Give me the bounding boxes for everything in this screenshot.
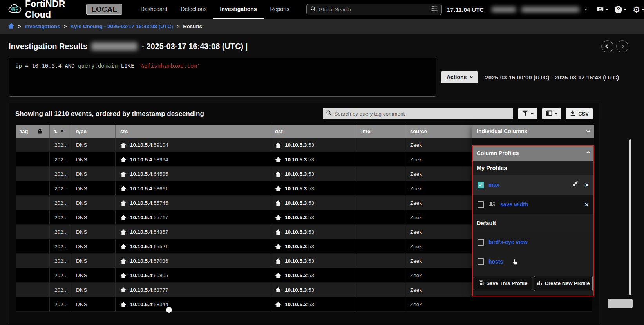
columns-button[interactable] xyxy=(542,108,561,119)
cell-timestamp[interactable]: 202... xyxy=(50,196,71,210)
cell-src[interactable]: 10.10.5.4:59104 xyxy=(116,138,270,152)
cell-dst[interactable]: 10.10.5.3:53 xyxy=(270,239,356,253)
profile-row-hosts[interactable]: hosts xyxy=(472,252,594,271)
breadcrumb-investigations[interactable]: Investigations xyxy=(25,23,60,29)
cell-src[interactable]: 10.10.5.4:54357 xyxy=(116,225,270,239)
cell-dst[interactable]: 10.10.5.3:53 xyxy=(270,283,356,297)
actions-button[interactable]: Actions xyxy=(441,71,478,83)
cell-dst[interactable]: 10.10.5.3:53 xyxy=(270,297,356,311)
previous-button[interactable] xyxy=(601,40,613,52)
column-header-type[interactable]: type xyxy=(71,125,116,138)
cell-dst[interactable]: 10.10.5.3:53 xyxy=(270,196,356,210)
vertical-scrollbar[interactable] xyxy=(629,139,631,295)
cell-src[interactable]: 10.10.5.4:55717 xyxy=(116,210,270,224)
profile-name[interactable]: bird's-eye view xyxy=(488,239,528,245)
settings-menu[interactable]: ⚙ xyxy=(633,5,644,14)
profile-name[interactable]: max xyxy=(488,182,499,188)
home-icon xyxy=(120,302,127,307)
create-new-profile-button[interactable]: Create New Profile xyxy=(534,276,593,291)
column-profiles-header[interactable]: Column Profiles xyxy=(472,145,594,161)
help-menu[interactable]: ? xyxy=(615,6,626,13)
cell-timestamp[interactable]: 202... xyxy=(50,297,71,311)
tag-comment-search-input[interactable] xyxy=(334,111,510,117)
cell-dst[interactable]: 10.10.5.3:53 xyxy=(270,225,356,239)
column-header-dst[interactable]: dst xyxy=(270,125,356,138)
cell-dst[interactable]: 10.10.5.3:53 xyxy=(270,210,356,224)
cell-src[interactable]: 10.10.5.4:58994 xyxy=(116,152,270,166)
cell-dst[interactable]: 10.10.5.3:53 xyxy=(270,268,356,282)
dst-port: :53 xyxy=(307,200,314,206)
cell-timestamp[interactable]: 202... xyxy=(50,210,71,224)
src-port: :54357 xyxy=(152,229,168,235)
cell-src[interactable]: 10.10.5.4:65521 xyxy=(116,239,270,253)
profile-row-max[interactable]: ✓ max × xyxy=(472,175,594,195)
tag-comment-search[interactable] xyxy=(323,108,513,119)
query-editor[interactable]: ip = 10.10.5.4 AND query.domain LIKE '%q… xyxy=(9,58,436,97)
profile-row-actions: × xyxy=(572,181,589,189)
src-port: :58994 xyxy=(152,157,168,162)
remove-icon[interactable]: × xyxy=(585,182,589,188)
column-header-intel[interactable]: intel xyxy=(356,125,405,138)
home-icon xyxy=(275,200,281,206)
individual-columns-header[interactable]: Individual Columns xyxy=(472,125,594,138)
cell-type: DNS xyxy=(71,283,116,297)
cell-src[interactable]: 10.10.5.4:63777 xyxy=(116,283,270,297)
cell-timestamp[interactable]: 202... xyxy=(50,138,71,152)
checkbox-checked[interactable]: ✓ xyxy=(478,182,484,188)
cell-timestamp[interactable]: 202... xyxy=(50,225,71,239)
cell-src[interactable]: 10.10.5.4:53661 xyxy=(116,181,270,195)
checkbox-unchecked[interactable] xyxy=(478,239,484,246)
cell-dst[interactable]: 10.10.5.3:53 xyxy=(270,254,356,268)
profile-name[interactable]: hosts xyxy=(488,258,503,265)
save-this-profile-button[interactable]: Save This Profile xyxy=(474,276,532,291)
nav-dashboard[interactable]: Dashboard xyxy=(134,0,174,19)
column-header-tag[interactable]: tag xyxy=(16,125,50,138)
cell-tag xyxy=(16,152,50,166)
nav-investigations[interactable]: Investigations xyxy=(213,0,263,19)
cell-timestamp[interactable]: 202... xyxy=(50,152,71,166)
cell-dst[interactable]: 10.10.5.3:53 xyxy=(270,167,356,181)
cell-dst[interactable]: 10.10.5.3:53 xyxy=(270,152,356,166)
edit-pencil-icon[interactable] xyxy=(572,181,578,189)
cell-timestamp[interactable]: 202... xyxy=(50,239,71,253)
dst-ip: 10.10.5.3 xyxy=(285,142,307,148)
column-label: source xyxy=(410,128,427,134)
cell-src[interactable]: 10.10.5.4:55745 xyxy=(116,196,270,210)
search-options-icon[interactable] xyxy=(431,6,438,13)
saved-searches-menu[interactable] xyxy=(596,5,608,14)
cell-src[interactable]: 10.10.5.4:58344 xyxy=(116,297,270,311)
column-header-timestamp[interactable]: t. ▼ xyxy=(50,125,71,138)
cell-dst[interactable]: 10.10.5.3:53 xyxy=(270,181,356,195)
date-range[interactable]: 2025-03-16 00:00 (UTC) - 2025-03-17 16:4… xyxy=(485,74,619,81)
cell-timestamp[interactable]: 202... xyxy=(50,268,71,282)
checkbox-unchecked[interactable] xyxy=(478,201,484,208)
csv-export-button[interactable]: CSV xyxy=(566,108,593,119)
checkbox-unchecked[interactable] xyxy=(478,258,484,265)
profile-row-save-width[interactable]: save width × xyxy=(472,195,594,214)
brand[interactable]: FortiNDR Cloud xyxy=(8,0,81,20)
cell-dst[interactable]: 10.10.5.3:53 xyxy=(270,138,356,152)
remove-icon[interactable]: × xyxy=(585,201,589,208)
cell-timestamp[interactable]: 202... xyxy=(50,283,71,297)
profile-row-birds-eye[interactable]: bird's-eye view xyxy=(472,232,594,252)
profile-name[interactable]: save width xyxy=(500,201,528,208)
next-button[interactable] xyxy=(616,40,628,52)
table-row[interactable]: 202... DNS 10.10.5.4:58344 10.10.5.3:53 … xyxy=(16,297,592,312)
cell-src[interactable]: 10.10.5.4:60805 xyxy=(116,268,270,282)
cell-src[interactable]: 10.10.5.4:57036 xyxy=(116,254,270,268)
cell-src[interactable]: 10.10.5.4:64585 xyxy=(116,167,270,181)
cell-timestamp[interactable]: 202... xyxy=(50,167,71,181)
home-icon[interactable] xyxy=(8,23,14,30)
breadcrumb-investigation-name[interactable]: Kyle Cheung - 2025-03-17 16:43:08 (UTC) xyxy=(71,23,173,29)
user-account-redacted[interactable] xyxy=(492,7,587,12)
cell-timestamp[interactable]: 202... xyxy=(50,254,71,268)
nav-reports[interactable]: Reports xyxy=(264,0,296,19)
column-header-src[interactable]: src xyxy=(116,125,270,138)
cell-timestamp[interactable]: 202... xyxy=(50,181,71,195)
sort-descending-icon[interactable]: ▼ xyxy=(60,129,64,134)
global-search-input[interactable] xyxy=(319,7,431,13)
filter-button[interactable] xyxy=(518,108,537,119)
query-token: = xyxy=(22,63,32,69)
nav-detections[interactable]: Detections xyxy=(174,0,213,19)
global-search[interactable] xyxy=(306,4,442,15)
